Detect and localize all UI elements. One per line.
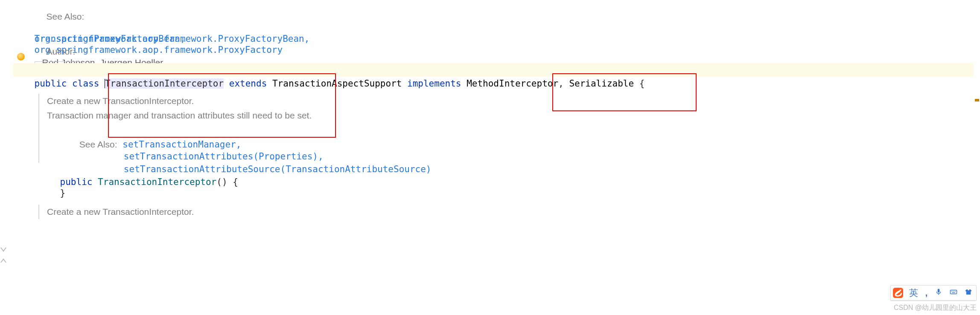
ime-punct-button[interactable]: ,	[925, 288, 928, 298]
fold-marker-open-icon[interactable]	[0, 246, 7, 253]
editor-content[interactable]: See Also: TransactionProxyFactoryBean, o…	[13, 0, 980, 219]
svg-rect-6	[952, 292, 956, 293]
intention-bulb-icon[interactable]	[17, 53, 25, 61]
editor-gutter	[0, 0, 12, 315]
ime-skin-icon[interactable]	[965, 288, 972, 298]
ime-lang-button[interactable]: 英	[909, 287, 918, 299]
svg-rect-2	[951, 291, 952, 292]
doc1-detail: Transaction manager and transaction attr…	[39, 108, 980, 123]
svg-rect-1	[951, 290, 957, 294]
fold-marker-close-icon[interactable]	[0, 257, 7, 264]
doc-block-2: Create a new TransactionInterceptor.	[38, 205, 980, 219]
svg-rect-3	[953, 291, 954, 292]
ime-keyboard-icon[interactable]	[950, 288, 957, 298]
svg-rect-4	[954, 291, 955, 292]
watermark: CSDN @幼儿园里的山大王	[894, 303, 977, 312]
scrollbar-marker-strip[interactable]	[974, 0, 980, 315]
ime-mic-icon[interactable]	[935, 288, 942, 298]
doc1-summary: Create a new TransactionInterceptor.	[39, 94, 980, 108]
ime-toolbar[interactable]: 英 ,	[890, 285, 977, 301]
svg-rect-5	[955, 291, 956, 292]
warning-marker-icon[interactable]	[975, 99, 979, 101]
doc-block-1: Create a new TransactionInterceptor. Tra…	[38, 94, 980, 163]
ime-logo-icon[interactable]	[891, 286, 905, 300]
doc2-summary: Create a new TransactionInterceptor.	[39, 205, 980, 219]
